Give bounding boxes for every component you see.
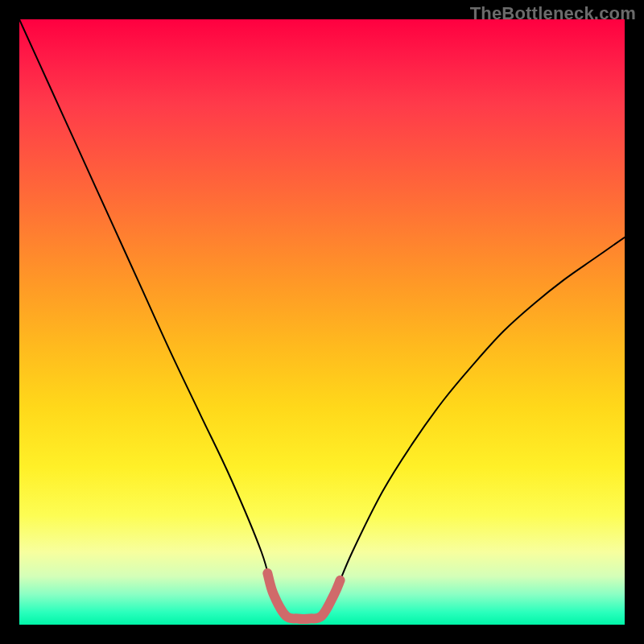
chart-frame: TheBottleneck.com [0, 0, 644, 644]
plot-area [19, 19, 625, 625]
watermark-text: TheBottleneck.com [470, 3, 636, 24]
highlight-band-line [267, 573, 340, 619]
chart-svg [19, 19, 625, 625]
bottleneck-curve-line [19, 19, 625, 619]
